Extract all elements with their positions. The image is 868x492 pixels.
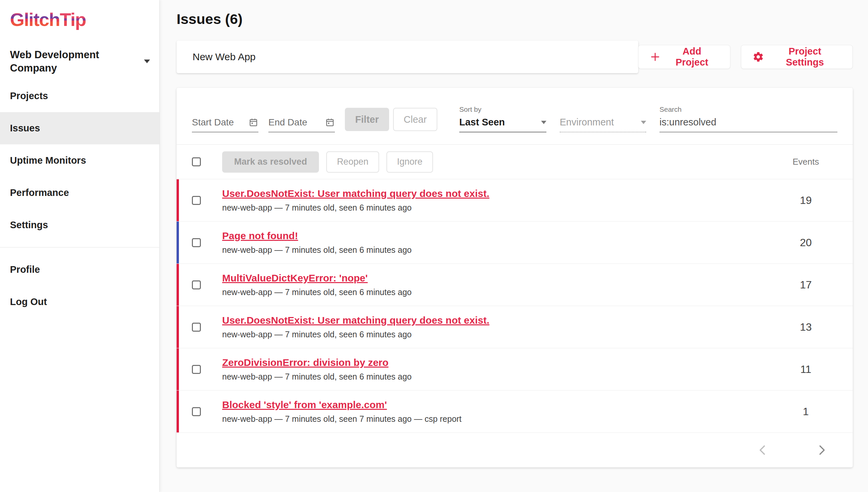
issue-row: Blocked 'style' from 'example.com' new-w… <box>177 390 853 433</box>
issue-title-link[interactable]: Page not found! <box>222 230 298 241</box>
page-title: Issues (6) <box>177 11 853 27</box>
sidebar-footer-nav: Profile Log Out <box>0 253 159 318</box>
error-level-stripe <box>177 264 179 306</box>
issue-row: User.DoesNotExist: User matching query d… <box>177 306 853 348</box>
end-date-field[interactable]: End Date <box>269 117 335 132</box>
gear-icon <box>752 51 764 63</box>
sidebar-nav: Projects Issues Uptime Monitors Performa… <box>0 80 159 241</box>
calendar-icon <box>249 118 258 127</box>
sidebar-item-label: Settings <box>10 220 48 230</box>
issue-checkbox[interactable] <box>192 238 201 247</box>
caret-down-icon <box>144 59 150 63</box>
sidebar-item-log-out[interactable]: Log Out <box>0 286 159 318</box>
sidebar-item-label: Issues <box>10 123 40 134</box>
issues-list: User.DoesNotExist: User matching query d… <box>177 179 853 433</box>
environment-placeholder: Environment <box>560 117 614 128</box>
sidebar-divider <box>0 247 159 247</box>
start-date-field[interactable]: Start Date <box>192 117 258 132</box>
filter-button[interactable]: Filter <box>345 108 389 131</box>
sidebar-item-performance[interactable]: Performance <box>0 177 159 209</box>
project-bar: New Web App Add Project Project Settings <box>177 41 853 73</box>
sidebar-item-uptime-monitors[interactable]: Uptime Monitors <box>0 144 159 177</box>
issue-events-count: 13 <box>774 321 837 333</box>
sidebar-item-issues[interactable]: Issues <box>0 112 159 144</box>
sidebar-item-settings[interactable]: Settings <box>0 209 159 241</box>
sidebar-item-label: Log Out <box>10 296 47 308</box>
issue-events-count: 1 <box>774 405 837 418</box>
issue-meta: new-web-app — 7 minutes old, seen 6 minu… <box>222 245 412 255</box>
error-level-stripe <box>177 391 179 433</box>
issue-events-count: 11 <box>774 363 837 375</box>
error-level-stripe <box>177 179 179 221</box>
sidebar-item-profile[interactable]: Profile <box>0 253 159 286</box>
issues-card: Start Date End Date Filter Clear Sort by… <box>177 88 853 467</box>
app-logo-text: Tip <box>60 9 86 30</box>
issue-row: User.DoesNotExist: User matching query d… <box>177 179 853 221</box>
calendar-icon <box>325 118 335 127</box>
issue-checkbox[interactable] <box>192 323 201 331</box>
issue-meta: new-web-app — 7 minutes old, seen 6 minu… <box>222 288 412 297</box>
filter-bar: Start Date End Date Filter Clear Sort by… <box>177 88 853 144</box>
bulk-actions-bar: Mark as resolved Reopen Ignore Events <box>177 144 853 179</box>
sidebar-item-projects[interactable]: Projects <box>0 80 159 112</box>
sort-by-value: Last Seen <box>459 117 505 128</box>
issue-meta: new-web-app — 7 minutes old, seen 6 minu… <box>222 203 489 213</box>
search-label: Search <box>660 105 837 114</box>
issue-title-link[interactable]: User.DoesNotExist: User matching query d… <box>222 188 489 199</box>
sidebar-item-label: Performance <box>10 187 69 198</box>
issue-row: ZeroDivisionError: division by zero new-… <box>177 348 853 390</box>
events-column-header: Events <box>774 157 837 167</box>
ignore-button[interactable]: Ignore <box>386 151 433 173</box>
issue-checkbox[interactable] <box>192 365 201 374</box>
chevron-right-icon <box>815 443 829 457</box>
issue-meta: new-web-app — 7 minutes old, seen 6 minu… <box>222 372 412 382</box>
error-level-stripe <box>177 306 179 348</box>
issue-checkbox[interactable] <box>192 280 201 289</box>
project-filter-value: New Web App <box>193 51 256 63</box>
issue-events-count: 17 <box>774 279 837 291</box>
issue-checkbox[interactable] <box>192 407 201 416</box>
reopen-button[interactable]: Reopen <box>326 151 379 173</box>
organization-name: Web Development Company <box>10 48 130 75</box>
issue-meta: new-web-app — 7 minutes old, seen 7 minu… <box>222 414 462 424</box>
app-logo[interactable]: GlitchTip <box>10 9 159 30</box>
clear-button[interactable]: Clear <box>393 108 437 131</box>
search-field[interactable]: Search is:unresolved <box>660 105 837 132</box>
pagination <box>177 433 853 467</box>
sidebar-item-label: Projects <box>10 91 48 101</box>
search-input-value: is:unresolved <box>660 117 716 128</box>
environment-select[interactable]: Environment <box>560 117 646 132</box>
issue-checkbox[interactable] <box>192 196 201 205</box>
mark-as-resolved-button[interactable]: Mark as resolved <box>222 151 319 173</box>
issue-row: Page not found! new-web-app — 7 minutes … <box>177 221 853 264</box>
project-actions: Add Project Project Settings <box>638 45 853 69</box>
caret-down-icon <box>541 121 546 124</box>
sidebar-item-label: Profile <box>10 264 40 275</box>
issue-title-link[interactable]: ZeroDivisionError: division by zero <box>222 357 388 368</box>
issue-title-link[interactable]: Blocked 'style' from 'example.com' <box>222 399 387 410</box>
caret-down-icon <box>641 121 646 124</box>
issue-title-link[interactable]: MultiValueDictKeyError: 'nope' <box>222 272 368 284</box>
main-content: Issues (6) New Web App Add Project Proje… <box>160 0 868 492</box>
previous-page-button[interactable] <box>756 443 770 457</box>
sidebar: GlitchTip Web Development Company Projec… <box>0 0 160 492</box>
project-filter-input[interactable]: New Web App <box>177 41 638 73</box>
project-settings-button[interactable]: Project Settings <box>741 45 853 69</box>
next-page-button[interactable] <box>815 443 829 457</box>
end-date-placeholder: End Date <box>269 117 307 128</box>
plus-icon <box>650 52 661 62</box>
select-all-checkbox[interactable] <box>192 157 201 166</box>
issue-title-link[interactable]: User.DoesNotExist: User matching query d… <box>222 315 489 326</box>
start-date-placeholder: Start Date <box>192 117 234 128</box>
info-level-stripe <box>177 222 179 264</box>
issue-row: MultiValueDictKeyError: 'nope' new-web-a… <box>177 264 853 306</box>
organization-picker[interactable]: Web Development Company <box>10 48 150 75</box>
issue-events-count: 20 <box>774 237 837 249</box>
app-logo-text: Glitch <box>10 9 60 30</box>
add-project-button[interactable]: Add Project <box>638 45 730 69</box>
sort-by-select[interactable]: Sort by Last Seen <box>459 105 546 132</box>
error-level-stripe <box>177 348 179 390</box>
add-project-label: Add Project <box>665 46 719 68</box>
chevron-left-icon <box>756 443 770 457</box>
issue-events-count: 19 <box>774 194 837 206</box>
